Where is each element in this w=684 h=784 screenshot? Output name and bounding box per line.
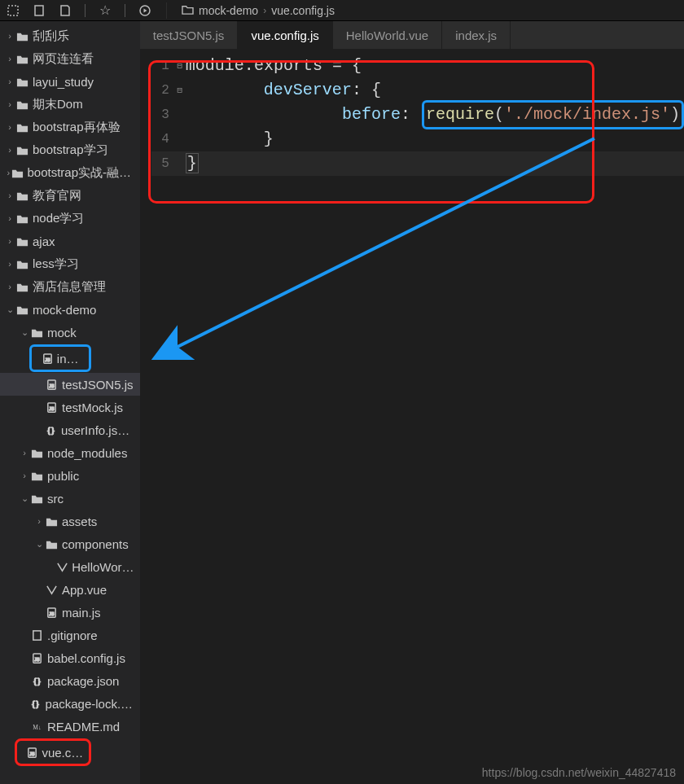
chevron-down-icon[interactable]: ⌄ <box>34 539 44 550</box>
folder-icon <box>15 99 29 111</box>
svg-text:JS: JS <box>49 405 55 411</box>
run-icon[interactable] <box>135 1 155 20</box>
folder-icon <box>182 4 194 17</box>
toolbar-separator-2 <box>125 4 125 17</box>
tree-item[interactable]: ›期末Dom <box>0 93 140 116</box>
js-icon: JS <box>42 353 54 365</box>
tree-item-label: 期末Dom <box>33 97 83 112</box>
star-icon[interactable]: ☆ <box>95 1 115 20</box>
tree-item[interactable]: JStestJSON5.js <box>0 373 140 396</box>
chevron-right-icon[interactable]: › <box>5 213 15 223</box>
code-token: } <box>186 153 199 173</box>
tree-item[interactable]: HelloWorld.vue <box>0 555 140 578</box>
tree-item[interactable]: .gitignore <box>0 624 140 646</box>
tree-item[interactable]: JStestMock.js <box>0 396 140 418</box>
tree-item[interactable]: {}package.json <box>0 669 140 692</box>
tree-item-label: bootstrap实战-融职教育首页 <box>27 165 134 181</box>
chevron-right-icon[interactable]: › <box>5 31 15 41</box>
tree-item-label: 教育官网 <box>33 188 81 204</box>
tab-helloworld-vue[interactable]: HelloWorld.vue <box>333 21 442 49</box>
tree-item[interactable]: ›bootstrap学习 <box>0 138 140 161</box>
tree-item[interactable]: ⌄mock <box>0 321 140 344</box>
file-explorer[interactable]: ›刮刮乐›网页连连看›layui_study›期末Dom›bootstrap再体… <box>0 21 140 784</box>
js-icon: JS <box>26 747 38 759</box>
tree-item[interactable]: JSindex.js <box>32 347 89 370</box>
tree-item[interactable]: ›bootstrap再体验 <box>0 116 140 138</box>
chevron-right-icon[interactable]: › <box>5 259 15 269</box>
tree-item-label: bootstrap学习 <box>33 142 108 158</box>
chevron-down-icon[interactable]: ⌄ <box>20 493 29 504</box>
tree-item[interactable]: ›node学习 <box>0 207 140 230</box>
chevron-right-icon[interactable]: › <box>5 54 15 64</box>
chevron-down-icon[interactable]: ⌄ <box>20 327 29 338</box>
js-icon: JS <box>44 401 59 414</box>
fold-icon[interactable]: ⊟ <box>174 54 186 78</box>
fold-icon[interactable]: ⊟ <box>174 78 186 103</box>
tree-item-label: index.js <box>57 352 84 366</box>
tree-item-label: package-lock.json <box>46 697 135 711</box>
tree-item[interactable]: ›bootstrap实战-融职教育首页 <box>0 161 140 184</box>
tree-item[interactable]: ›刮刮乐 <box>0 24 140 47</box>
tree-item-label: node学习 <box>33 211 84 226</box>
tree-item[interactable]: ›酒店信息管理 <box>0 275 140 298</box>
folder-icon <box>15 53 29 65</box>
js-icon: JS <box>44 607 59 619</box>
tree-item[interactable]: {}userInfo.json5 <box>0 418 140 441</box>
chevron-right-icon[interactable]: › <box>5 282 15 291</box>
chevron-right-icon[interactable]: › <box>5 145 15 155</box>
tree-item[interactable]: ⌄components <box>0 532 140 555</box>
tab-testjson5-js[interactable]: testJSON5.js <box>140 21 239 49</box>
tree-item[interactable]: M↓README.md <box>0 715 140 738</box>
tree-item[interactable]: ⌄mock-demo <box>0 298 140 321</box>
breadcrumb[interactable]: mock-demo › vue.config.js <box>178 4 335 17</box>
tree-item[interactable]: ›layui_study <box>0 70 140 93</box>
chevron-right-icon[interactable]: › <box>5 77 15 86</box>
watermark: https://blog.csdn.net/weixin_44827418 <box>482 766 676 779</box>
editor-area[interactable]: 1 ⊟ module.exports = { 2 ⊟ devServer: { … <box>140 49 684 784</box>
tree-item[interactable]: ›教育官网 <box>0 184 140 207</box>
svg-text:M↓: M↓ <box>33 724 41 731</box>
toolbar-icon-new-file[interactable] <box>29 1 49 20</box>
folder-icon <box>11 167 24 179</box>
toolbar-icon-1[interactable] <box>3 1 23 20</box>
folder-icon <box>29 447 44 459</box>
tree-item[interactable]: ⌄src <box>0 487 140 510</box>
tree-item-label: main.js <box>62 606 101 620</box>
line-number: 1 <box>151 54 174 78</box>
tree-item[interactable]: ›public <box>0 464 140 487</box>
tab-vue-config-js[interactable]: vue.config.js <box>238 21 332 49</box>
code-token: : <box>401 105 420 124</box>
svg-text:JS: JS <box>49 383 55 388</box>
tree-item[interactable]: JSmain.js <box>0 601 140 624</box>
tree-item[interactable]: ›assets <box>0 510 140 532</box>
tree-item[interactable]: App.vue <box>0 578 140 601</box>
chevron-right-icon[interactable]: › <box>20 471 29 480</box>
tree-item[interactable]: ›node_modules <box>0 441 140 464</box>
chevron-right-icon[interactable]: › <box>5 191 15 200</box>
tab-index-js[interactable]: index.js <box>442 21 511 49</box>
tree-item[interactable]: ›网页连连看 <box>0 47 140 70</box>
chevron-right-icon[interactable]: › <box>5 99 15 109</box>
tree-item[interactable]: ›less学习 <box>0 252 140 275</box>
chevron-down-icon[interactable]: ⌄ <box>5 304 15 315</box>
tree-item-label: less学习 <box>33 256 79 272</box>
chevron-right-icon[interactable]: › <box>5 236 15 246</box>
chevron-right-icon[interactable]: › <box>5 122 15 132</box>
tree-item[interactable]: JSvue.config.js <box>17 741 89 764</box>
tree-item-label: testMock.js <box>62 401 123 414</box>
chevron-right-icon[interactable]: › <box>5 168 11 177</box>
editor-tabs: testJSON5.jsvue.config.jsHelloWorld.vuei… <box>140 21 684 49</box>
top-toolbar: ☆ mock-demo › vue.config.js <box>0 0 684 21</box>
folder-icon <box>15 235 29 247</box>
tree-item-label: 酒店信息管理 <box>33 279 106 295</box>
chevron-right-icon[interactable]: › <box>34 516 44 526</box>
tree-item[interactable]: {}package-lock.json <box>0 692 140 715</box>
tree-item[interactable]: JSbabel.config.js <box>0 646 140 669</box>
breadcrumb-dir: mock-demo <box>199 4 258 17</box>
chevron-right-icon[interactable]: › <box>20 448 29 458</box>
tree-item[interactable]: ›ajax <box>0 230 140 252</box>
toolbar-icon-save[interactable] <box>55 1 75 20</box>
folder-icon <box>15 121 29 134</box>
tree-item-label: layui_study <box>33 75 94 89</box>
line-number: 5 <box>151 151 174 176</box>
